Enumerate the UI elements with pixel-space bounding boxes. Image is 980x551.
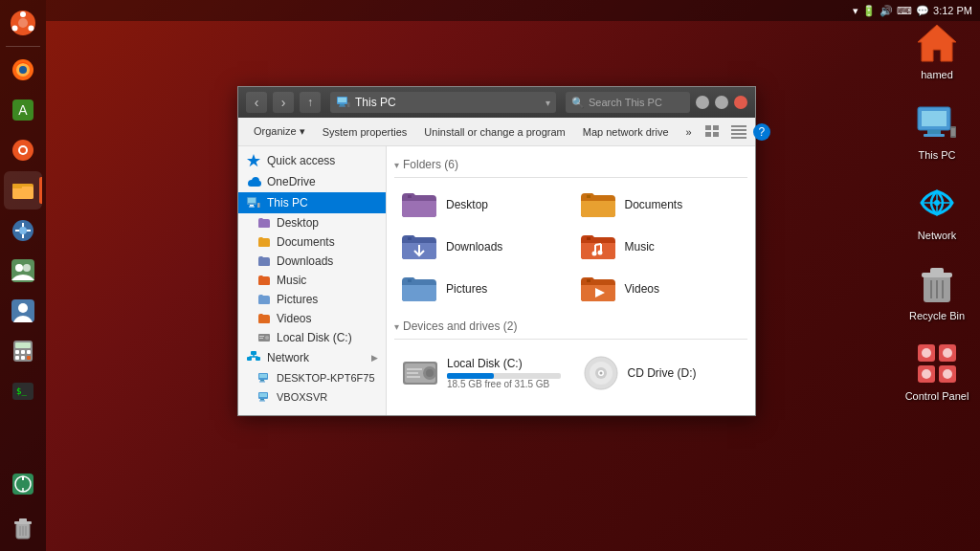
system-properties-button[interactable]: System properties bbox=[315, 121, 415, 143]
sidebar-downloads[interactable]: Downloads bbox=[238, 252, 386, 271]
map-network-button[interactable]: Map network drive bbox=[575, 121, 677, 143]
svg-rect-77 bbox=[731, 137, 746, 139]
taskbar-firefox[interactable] bbox=[4, 51, 42, 89]
drive-item-c[interactable]: Local Disk (C:) 18.5 GB free of 31.5 GB bbox=[394, 347, 568, 399]
control-panel-icon bbox=[914, 341, 960, 386]
sidebar-music[interactable]: Music bbox=[238, 271, 386, 290]
documents-folder-large-icon bbox=[579, 189, 617, 220]
address-dropdown-btn[interactable]: ▾ bbox=[546, 98, 550, 108]
people-icon bbox=[10, 257, 36, 284]
folders-section-header[interactable]: ▾ Folders (6) bbox=[394, 158, 747, 171]
sidebar-videos[interactable]: Videos bbox=[238, 309, 386, 328]
folder-item-documents[interactable]: Documents bbox=[573, 186, 748, 224]
devices-section-header[interactable]: ▾ Devices and drives (2) bbox=[394, 320, 747, 333]
taskbar-software-center[interactable]: A bbox=[4, 91, 42, 129]
settings-icon bbox=[10, 137, 36, 164]
svg-rect-70 bbox=[705, 125, 711, 130]
view-options-button[interactable] bbox=[702, 121, 724, 143]
svg-text:$_: $_ bbox=[16, 386, 27, 396]
folders-grid: Desktop Documents bbox=[394, 186, 747, 308]
uninstall-button[interactable]: Uninstall or change a program bbox=[416, 121, 572, 143]
folder-item-videos[interactable]: Videos bbox=[573, 270, 748, 308]
minimize-button[interactable] bbox=[696, 96, 709, 109]
svg-rect-45 bbox=[922, 111, 947, 126]
address-bar[interactable]: This PC ▾ bbox=[330, 92, 556, 113]
search-bar[interactable]: 🔍 Search This PC bbox=[566, 92, 690, 113]
details-view-button[interactable] bbox=[727, 121, 750, 143]
folder-item-downloads[interactable]: Downloads bbox=[394, 228, 569, 266]
toolbar-view-controls: ? bbox=[702, 121, 770, 143]
svg-rect-69 bbox=[347, 102, 350, 107]
help-button[interactable]: ? bbox=[753, 123, 770, 141]
taskbar-trash[interactable] bbox=[4, 509, 42, 547]
sidebar-onedrive[interactable]: OneDrive bbox=[238, 171, 386, 192]
sidebar-documents[interactable]: Documents bbox=[238, 232, 386, 252]
desktop-icon-this-pc[interactable]: This PC bbox=[903, 99, 970, 161]
desktop-icon-network[interactable]: Network bbox=[903, 180, 970, 241]
downloads-folder-name: Downloads bbox=[446, 240, 502, 253]
desktop-icon-recycle-bin[interactable]: Recycle Bin bbox=[903, 260, 970, 321]
svg-rect-108 bbox=[587, 279, 590, 282]
videos-folder-icon bbox=[257, 312, 271, 325]
desktop-icon-hamed[interactable]: hamed bbox=[903, 19, 970, 80]
nav-back-button[interactable]: ‹ bbox=[246, 92, 267, 113]
taskbar-files[interactable] bbox=[4, 171, 42, 209]
drive-item-d[interactable]: CD Drive (D:) bbox=[575, 347, 748, 399]
svg-rect-28 bbox=[15, 356, 19, 360]
sidebar-desktop[interactable]: Desktop bbox=[238, 213, 386, 232]
taskbar-thunderbird[interactable] bbox=[4, 211, 42, 250]
downloads-folder-icon bbox=[257, 254, 271, 268]
taskbar-terminal[interactable]: $_ bbox=[4, 372, 42, 410]
vbox-icon bbox=[257, 390, 271, 404]
local-disk-c-size: 18.5 GB free of 31.5 GB bbox=[447, 379, 561, 389]
tray-volume-icon: 🔊 bbox=[880, 5, 893, 17]
svg-rect-30 bbox=[27, 356, 31, 360]
svg-rect-116 bbox=[407, 376, 420, 378]
nav-up-button[interactable]: ↑ bbox=[300, 92, 321, 113]
quick-access-label: Quick access bbox=[267, 154, 335, 167]
videos-folder-name: Videos bbox=[625, 282, 659, 296]
sidebar-desktop-kpt[interactable]: DESKTOP-KPT6F75 bbox=[238, 368, 386, 387]
taskbar-maps[interactable] bbox=[4, 465, 42, 503]
sidebar-vboxsvr[interactable]: VBOXSVR bbox=[238, 387, 386, 407]
address-pc-icon bbox=[336, 95, 351, 110]
sidebar-quick-access[interactable]: Quick access bbox=[238, 150, 386, 171]
this-pc-label: This PC bbox=[918, 149, 955, 161]
pictures-folder-name: Pictures bbox=[446, 282, 487, 296]
taskbar-calculator[interactable] bbox=[4, 332, 42, 370]
folder-item-pictures[interactable]: Pictures bbox=[394, 270, 569, 308]
sidebar-pictures[interactable]: Pictures bbox=[238, 290, 386, 309]
sidebar-this-pc[interactable]: This PC bbox=[238, 192, 386, 213]
system-time[interactable]: 3:12 PM bbox=[933, 5, 972, 16]
folder-item-music[interactable]: Music bbox=[573, 228, 748, 266]
local-disk-sidebar-label: Local Disk (C:) bbox=[277, 331, 352, 344]
desktop-icon-control-panel[interactable]: Control Panel bbox=[903, 341, 970, 402]
more-toolbar-button[interactable]: » bbox=[679, 121, 700, 143]
close-button[interactable] bbox=[734, 96, 747, 109]
taskbar-ubuntu-button[interactable] bbox=[4, 4, 42, 42]
sidebar-network[interactable]: Network ▶ bbox=[238, 347, 386, 368]
taskbar-system-settings[interactable] bbox=[4, 131, 42, 169]
nav-forward-button[interactable]: › bbox=[273, 92, 294, 113]
svg-rect-107 bbox=[408, 279, 412, 282]
desktop-folder-name: Desktop bbox=[446, 198, 488, 211]
folder-item-desktop[interactable]: Desktop bbox=[394, 186, 569, 224]
svg-point-121 bbox=[599, 372, 602, 375]
devices-collapse-icon: ▾ bbox=[394, 321, 399, 332]
svg-point-63 bbox=[922, 369, 931, 379]
svg-point-4 bbox=[12, 26, 18, 32]
maximize-button[interactable] bbox=[715, 96, 728, 109]
title-bar: ‹ › ↑ This PC ▾ 🔍 Search This PC bbox=[238, 87, 755, 118]
thunderbird-icon bbox=[10, 217, 36, 244]
pictures-folder-icon bbox=[257, 293, 271, 306]
sidebar-local-disk[interactable]: Local Disk (C:) bbox=[238, 328, 386, 347]
taskbar-people[interactable] bbox=[4, 252, 42, 290]
svg-rect-67 bbox=[340, 104, 345, 106]
svg-point-3 bbox=[29, 26, 34, 32]
organize-button[interactable]: Organize ▾ bbox=[246, 121, 313, 143]
svg-rect-26 bbox=[21, 350, 25, 354]
taskbar-contacts[interactable] bbox=[4, 292, 42, 330]
svg-rect-102 bbox=[587, 195, 590, 198]
onedrive-label: OneDrive bbox=[267, 175, 316, 188]
svg-rect-73 bbox=[713, 132, 719, 137]
